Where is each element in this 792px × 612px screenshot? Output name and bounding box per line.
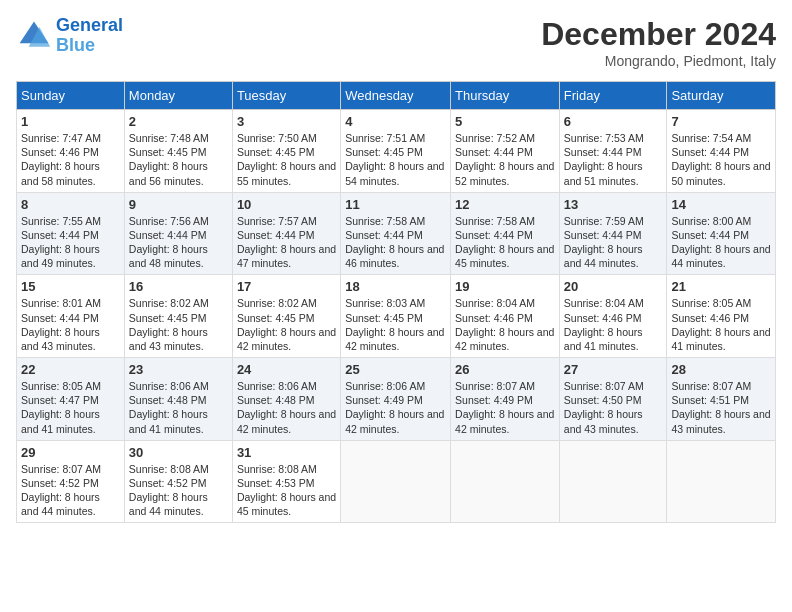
day-info: Sunrise: 7:57 AMSunset: 4:44 PMDaylight:…: [237, 214, 336, 271]
day-number: 28: [671, 362, 771, 377]
day-info: Sunrise: 8:04 AMSunset: 4:46 PMDaylight:…: [455, 296, 555, 353]
day-info: Sunrise: 8:03 AMSunset: 4:45 PMDaylight:…: [345, 296, 446, 353]
col-friday: Friday: [559, 82, 667, 110]
day-number: 7: [671, 114, 771, 129]
col-wednesday: Wednesday: [341, 82, 451, 110]
calendar-header-row: Sunday Monday Tuesday Wednesday Thursday…: [17, 82, 776, 110]
day-cell-24: 24Sunrise: 8:06 AMSunset: 4:48 PMDayligh…: [232, 358, 340, 441]
day-number: 13: [564, 197, 663, 212]
month-title: December 2024: [541, 16, 776, 53]
day-info: Sunrise: 7:47 AMSunset: 4:46 PMDaylight:…: [21, 131, 120, 188]
day-info: Sunrise: 7:59 AMSunset: 4:44 PMDaylight:…: [564, 214, 663, 271]
calendar-week-1: 1Sunrise: 7:47 AMSunset: 4:46 PMDaylight…: [17, 110, 776, 193]
day-cell-17: 17Sunrise: 8:02 AMSunset: 4:45 PMDayligh…: [232, 275, 340, 358]
day-number: 11: [345, 197, 446, 212]
page-header: General Blue December 2024 Mongrando, Pi…: [16, 16, 776, 69]
day-cell-25: 25Sunrise: 8:06 AMSunset: 4:49 PMDayligh…: [341, 358, 451, 441]
day-info: Sunrise: 8:06 AMSunset: 4:48 PMDaylight:…: [129, 379, 228, 436]
day-cell-22: 22Sunrise: 8:05 AMSunset: 4:47 PMDayligh…: [17, 358, 125, 441]
day-cell-19: 19Sunrise: 8:04 AMSunset: 4:46 PMDayligh…: [451, 275, 560, 358]
day-cell-2: 2Sunrise: 7:48 AMSunset: 4:45 PMDaylight…: [124, 110, 232, 193]
day-info: Sunrise: 8:07 AMSunset: 4:49 PMDaylight:…: [455, 379, 555, 436]
day-number: 10: [237, 197, 336, 212]
day-cell-27: 27Sunrise: 8:07 AMSunset: 4:50 PMDayligh…: [559, 358, 667, 441]
day-number: 19: [455, 279, 555, 294]
day-info: Sunrise: 8:00 AMSunset: 4:44 PMDaylight:…: [671, 214, 771, 271]
day-info: Sunrise: 7:54 AMSunset: 4:44 PMDaylight:…: [671, 131, 771, 188]
day-info: Sunrise: 7:58 AMSunset: 4:44 PMDaylight:…: [345, 214, 446, 271]
day-number: 8: [21, 197, 120, 212]
day-cell-11: 11Sunrise: 7:58 AMSunset: 4:44 PMDayligh…: [341, 192, 451, 275]
day-info: Sunrise: 8:04 AMSunset: 4:46 PMDaylight:…: [564, 296, 663, 353]
day-number: 25: [345, 362, 446, 377]
empty-cell: [451, 440, 560, 523]
day-cell-9: 9Sunrise: 7:56 AMSunset: 4:44 PMDaylight…: [124, 192, 232, 275]
day-number: 23: [129, 362, 228, 377]
day-number: 20: [564, 279, 663, 294]
day-info: Sunrise: 8:06 AMSunset: 4:49 PMDaylight:…: [345, 379, 446, 436]
day-info: Sunrise: 7:55 AMSunset: 4:44 PMDaylight:…: [21, 214, 120, 271]
day-number: 5: [455, 114, 555, 129]
day-cell-6: 6Sunrise: 7:53 AMSunset: 4:44 PMDaylight…: [559, 110, 667, 193]
col-monday: Monday: [124, 82, 232, 110]
day-number: 27: [564, 362, 663, 377]
day-cell-21: 21Sunrise: 8:05 AMSunset: 4:46 PMDayligh…: [667, 275, 776, 358]
day-number: 21: [671, 279, 771, 294]
day-cell-13: 13Sunrise: 7:59 AMSunset: 4:44 PMDayligh…: [559, 192, 667, 275]
day-number: 12: [455, 197, 555, 212]
day-number: 31: [237, 445, 336, 460]
day-number: 14: [671, 197, 771, 212]
day-info: Sunrise: 8:05 AMSunset: 4:46 PMDaylight:…: [671, 296, 771, 353]
day-cell-12: 12Sunrise: 7:58 AMSunset: 4:44 PMDayligh…: [451, 192, 560, 275]
day-cell-14: 14Sunrise: 8:00 AMSunset: 4:44 PMDayligh…: [667, 192, 776, 275]
day-info: Sunrise: 8:05 AMSunset: 4:47 PMDaylight:…: [21, 379, 120, 436]
day-cell-16: 16Sunrise: 8:02 AMSunset: 4:45 PMDayligh…: [124, 275, 232, 358]
logo: General Blue: [16, 16, 123, 56]
calendar-table: Sunday Monday Tuesday Wednesday Thursday…: [16, 81, 776, 523]
calendar-week-4: 22Sunrise: 8:05 AMSunset: 4:47 PMDayligh…: [17, 358, 776, 441]
day-number: 26: [455, 362, 555, 377]
col-saturday: Saturday: [667, 82, 776, 110]
day-number: 29: [21, 445, 120, 460]
day-info: Sunrise: 8:01 AMSunset: 4:44 PMDaylight:…: [21, 296, 120, 353]
day-number: 24: [237, 362, 336, 377]
col-thursday: Thursday: [451, 82, 560, 110]
day-number: 9: [129, 197, 228, 212]
day-cell-31: 31Sunrise: 8:08 AMSunset: 4:53 PMDayligh…: [232, 440, 340, 523]
day-info: Sunrise: 8:02 AMSunset: 4:45 PMDaylight:…: [129, 296, 228, 353]
day-cell-28: 28Sunrise: 8:07 AMSunset: 4:51 PMDayligh…: [667, 358, 776, 441]
day-cell-29: 29Sunrise: 8:07 AMSunset: 4:52 PMDayligh…: [17, 440, 125, 523]
day-cell-7: 7Sunrise: 7:54 AMSunset: 4:44 PMDaylight…: [667, 110, 776, 193]
day-number: 4: [345, 114, 446, 129]
day-cell-30: 30Sunrise: 8:08 AMSunset: 4:52 PMDayligh…: [124, 440, 232, 523]
day-number: 30: [129, 445, 228, 460]
day-number: 2: [129, 114, 228, 129]
day-info: Sunrise: 7:50 AMSunset: 4:45 PMDaylight:…: [237, 131, 336, 188]
day-info: Sunrise: 8:07 AMSunset: 4:50 PMDaylight:…: [564, 379, 663, 436]
day-info: Sunrise: 7:56 AMSunset: 4:44 PMDaylight:…: [129, 214, 228, 271]
day-info: Sunrise: 7:58 AMSunset: 4:44 PMDaylight:…: [455, 214, 555, 271]
day-number: 6: [564, 114, 663, 129]
day-cell-20: 20Sunrise: 8:04 AMSunset: 4:46 PMDayligh…: [559, 275, 667, 358]
day-cell-18: 18Sunrise: 8:03 AMSunset: 4:45 PMDayligh…: [341, 275, 451, 358]
logo-text: General Blue: [56, 16, 123, 56]
day-info: Sunrise: 7:48 AMSunset: 4:45 PMDaylight:…: [129, 131, 228, 188]
col-tuesday: Tuesday: [232, 82, 340, 110]
day-cell-23: 23Sunrise: 8:06 AMSunset: 4:48 PMDayligh…: [124, 358, 232, 441]
day-number: 22: [21, 362, 120, 377]
day-info: Sunrise: 8:07 AMSunset: 4:51 PMDaylight:…: [671, 379, 771, 436]
day-info: Sunrise: 7:52 AMSunset: 4:44 PMDaylight:…: [455, 131, 555, 188]
location: Mongrando, Piedmont, Italy: [541, 53, 776, 69]
day-cell-10: 10Sunrise: 7:57 AMSunset: 4:44 PMDayligh…: [232, 192, 340, 275]
empty-cell: [341, 440, 451, 523]
calendar-week-3: 15Sunrise: 8:01 AMSunset: 4:44 PMDayligh…: [17, 275, 776, 358]
day-info: Sunrise: 8:06 AMSunset: 4:48 PMDaylight:…: [237, 379, 336, 436]
day-number: 18: [345, 279, 446, 294]
day-number: 1: [21, 114, 120, 129]
day-cell-26: 26Sunrise: 8:07 AMSunset: 4:49 PMDayligh…: [451, 358, 560, 441]
logo-icon: [16, 18, 52, 54]
day-info: Sunrise: 8:08 AMSunset: 4:53 PMDaylight:…: [237, 462, 336, 519]
day-cell-1: 1Sunrise: 7:47 AMSunset: 4:46 PMDaylight…: [17, 110, 125, 193]
day-number: 3: [237, 114, 336, 129]
day-info: Sunrise: 8:08 AMSunset: 4:52 PMDaylight:…: [129, 462, 228, 519]
